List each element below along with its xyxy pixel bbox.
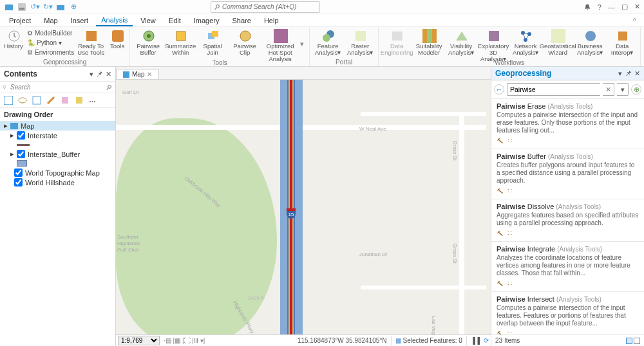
undo-icon[interactable]: ↺▾ [30, 2, 40, 12]
gp-item-buffer[interactable]: Pairwise Buffer (Analysis Tools)Creates … [491, 149, 644, 199]
ribbon-data-interop[interactable]: Data Interop▾ [607, 28, 638, 56]
tab-view[interactable]: View [135, 15, 161, 26]
gp-item-intersect[interactable]: Pairwise Intersect (Analysis Tools)Compu… [491, 292, 644, 334]
list-by-snap-icon[interactable] [61, 96, 70, 105]
gp-view-grid-icon[interactable] [626, 338, 632, 344]
label-elev: 2425 ft [248, 295, 263, 301]
ribbon-exploratory3d[interactable]: Exploratory 3D Analysis▾ [478, 28, 509, 62]
tab-edit[interactable]: Edit [164, 15, 186, 26]
gp-close-icon[interactable]: ✕ [634, 69, 640, 78]
ribbon-environments[interactable]: ⚙ Environments [27, 48, 74, 57]
list-by-label-icon[interactable] [75, 96, 84, 105]
tab-analysis[interactable]: Analysis [96, 15, 133, 26]
gp-results: Pairwise Erase (Analysis Tools)Computes … [491, 99, 644, 334]
notifications-icon[interactable]: 🔔︎ [584, 3, 591, 11]
toc-layer-interstate[interactable]: ▸ Interstate [0, 131, 115, 140]
svg-rect-35 [123, 71, 129, 78]
ribbon-group-workflows: Data Engineering Suitability Modeler Vis… [379, 27, 641, 66]
gp-item-dissolve[interactable]: Pairwise Dissolve (Analysis Tools)Aggreg… [491, 199, 644, 242]
contents-close-icon[interactable]: ✕ [106, 70, 111, 78]
tab-help[interactable]: Help [259, 15, 284, 26]
ribbon-pairwise-buffer[interactable]: Pairwise Buffer [133, 28, 164, 56]
gp-clear-icon[interactable]: ✕ [603, 83, 614, 96]
gp-add-icon[interactable]: ⊕ [631, 84, 641, 95]
refresh-icon[interactable]: ⟳ [484, 337, 489, 344]
redo-icon[interactable]: ↻▾ [43, 2, 53, 12]
close-icon[interactable]: ✕ [634, 3, 640, 11]
ribbon-summarize-within[interactable]: Summarize Within [165, 28, 196, 56]
minimize-icon[interactable]: — [608, 3, 615, 11]
tab-insert[interactable]: Insert [66, 15, 94, 26]
app-icon [4, 2, 14, 12]
gp-item-integrate[interactable]: Pairwise Integrate (Analysis Tools)Analy… [491, 242, 644, 292]
tab-share[interactable]: Share [227, 15, 256, 26]
toc-swatch-buffer [0, 159, 115, 168]
gallery-expand-icon[interactable]: ▾ [300, 40, 307, 48]
svg-point-12 [240, 31, 251, 41]
map-tab-close-icon[interactable]: ✕ [147, 71, 152, 78]
toc-more-icon[interactable]: … [89, 96, 96, 105]
gp-back-icon[interactable]: ← [494, 84, 504, 95]
pause-icon[interactable]: ▐▐ [471, 337, 480, 344]
geoprocessing-pane: Geoprocessing ▾ 📌︎ ✕ ← ✕ ▾ ⊕ Pairwise Er… [491, 67, 644, 346]
ribbon-tools[interactable]: Tools [108, 28, 127, 50]
ribbon-hotspot[interactable]: Optimized Hot Spot Analysis [261, 28, 299, 62]
hammer-icon[interactable]: 🔨︎ [497, 137, 504, 145]
save-icon[interactable] [17, 2, 27, 12]
ribbon-modelbuilder[interactable]: ⚙ ModelBuilder [27, 28, 74, 38]
status-tool-icons[interactable]: ·▤ |▦ |⛶ |Ⅲ ▾| [164, 337, 205, 344]
tab-map[interactable]: Map [39, 15, 62, 26]
gp-menu-icon[interactable]: ▾ [618, 69, 622, 78]
gp-item-erase[interactable]: Pairwise Erase (Analysis Tools)Computes … [491, 99, 644, 149]
contents-pin-icon[interactable]: 📌︎ [96, 70, 103, 78]
selection-icon: ▦ [395, 337, 401, 344]
toc-layer-hillshade[interactable]: World Hillshade [0, 178, 115, 187]
scale-select[interactable]: 1:9,769 [118, 336, 160, 345]
maximize-icon[interactable]: ▢ [621, 3, 628, 11]
list-by-edit-icon[interactable] [46, 96, 55, 105]
help-icon[interactable]: ? [598, 3, 601, 11]
open-icon[interactable] [55, 2, 66, 12]
command-search-input[interactable] [221, 3, 317, 11]
ribbon-python[interactable]: 🐍 Python ▾ [27, 38, 74, 48]
ribbon-raster-analysis[interactable]: Raster Analysis▾ [345, 28, 375, 56]
gp-pin-icon[interactable]: 📌︎ [625, 69, 632, 78]
ribbon-spatial-join[interactable]: Spatial Join [197, 28, 228, 56]
list-by-draw-icon[interactable] [4, 96, 13, 105]
ribbon-suitability[interactable]: Suitability Modeler [413, 28, 444, 56]
contents-menu-icon[interactable]: ▾ [90, 70, 93, 78]
status-selection: Selected Features: 0 [403, 337, 462, 344]
add-icon[interactable]: ⊕ [68, 2, 79, 12]
ribbon-business[interactable]: Business Analysis▾ [574, 28, 605, 56]
map-canvas[interactable]: 15 W Neal Ave Jonathan Dr Grass St Grass… [116, 80, 491, 334]
batch-icon[interactable]: ∷ [507, 137, 512, 145]
command-search[interactable]: 🔎︎ [211, 1, 320, 13]
ribbon-ready-to-use[interactable]: Ready To Use Tools [75, 28, 106, 56]
gp-search-input[interactable] [507, 83, 600, 96]
toc-layer-topomap[interactable]: World Topographic Map [0, 168, 115, 178]
ribbon-visibility[interactable]: Visibility Analysis▾ [446, 28, 477, 56]
search-icon: 🔎︎ [106, 84, 113, 91]
contents-search-input[interactable] [9, 83, 106, 91]
list-by-source-icon[interactable] [18, 96, 27, 105]
ribbon-collapse-icon[interactable]: ^ [633, 17, 640, 24]
toc-map[interactable]: ▸ Map [0, 121, 115, 131]
contents-search[interactable]: ▿ 🔎︎ [0, 82, 115, 93]
svg-point-15 [323, 34, 330, 42]
ribbon-pairwise-clip[interactable]: Pairwise Clip [229, 28, 260, 56]
map-tab[interactable]: Map✕ [116, 69, 159, 79]
toc-layer-interstate-buffer[interactable]: ▸ Interstate_Buffer [0, 149, 115, 159]
gp-search-dropdown[interactable]: ▾ [617, 83, 629, 96]
ribbon-geostat[interactable]: Geostatistical Wizard [542, 28, 573, 56]
tab-imagery[interactable]: Imagery [189, 15, 225, 26]
tab-project[interactable]: Project [4, 15, 36, 26]
svg-rect-31 [33, 96, 41, 104]
route-shield: 15 [287, 208, 296, 219]
list-by-select-icon[interactable] [32, 96, 41, 105]
map-park [116, 118, 277, 334]
ribbon-feature-analysis[interactable]: Feature Analysis▾ [312, 28, 343, 56]
ribbon-network[interactable]: Network Analysis▾ [510, 28, 541, 56]
ribbon-history[interactable]: History [3, 28, 24, 50]
ribbon-data-engineering[interactable]: Data Engineering [381, 28, 412, 56]
gp-view-list-icon[interactable] [634, 338, 640, 344]
